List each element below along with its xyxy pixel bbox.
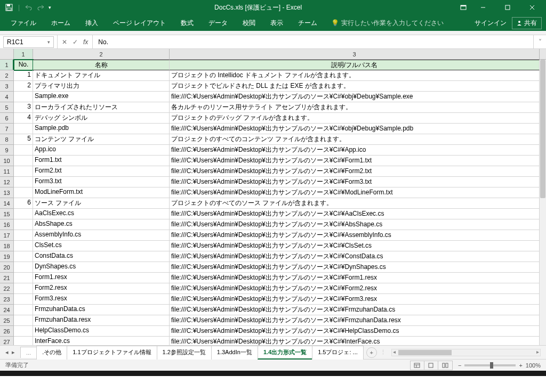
cell-desc[interactable]: file:///C:¥Users¥Admin¥Desktop¥出力サンプルのソー… [170, 209, 540, 219]
col-header-2[interactable]: 2 [33, 49, 170, 59]
cell-name[interactable]: ローカライズされたリソース [33, 102, 170, 113]
new-sheet-button[interactable]: + [366, 347, 377, 358]
cell-no[interactable] [14, 166, 33, 177]
cell-name[interactable]: Form3.txt [33, 177, 170, 187]
row-header-6[interactable]: 6 [0, 113, 14, 124]
sheet-tab[interactable]: .その他 [36, 346, 67, 360]
cell-desc[interactable]: プロジェクトでビルドされた DLL または EXE が含まれます。 [170, 81, 540, 92]
row-header-7[interactable]: 7 [0, 124, 14, 134]
tab-team[interactable]: チーム [292, 15, 324, 31]
cell-name[interactable]: Form1.resx [33, 273, 170, 283]
cell-desc[interactable]: file:///C:¥Users¥Admin¥Desktop¥出力サンプルのソー… [170, 156, 540, 166]
cell-desc[interactable]: file:///C:¥Users¥Admin¥Desktop¥出力サンプルのソー… [170, 305, 540, 315]
cell-name[interactable]: Form3.resx [33, 294, 170, 305]
sheet-tab[interactable]: 1.5プロジェ: ... [312, 346, 364, 360]
cell-name[interactable]: ClsSet.cs [33, 241, 170, 251]
enter-icon[interactable]: ✓ [73, 38, 78, 46]
cell-desc[interactable]: file:///C:¥Users¥Admin¥Desktop¥出力サンプルのソー… [170, 273, 540, 283]
zoom-level[interactable]: 100% [526, 362, 541, 369]
tab-nav-prev[interactable]: ◂ [5, 349, 9, 356]
save-icon[interactable] [5, 4, 13, 11]
row-header-21[interactable]: 21 [0, 273, 14, 283]
cell-name[interactable]: ドキュメント ファイル [33, 70, 170, 81]
row-header-25[interactable]: 25 [0, 315, 14, 326]
row-header-16[interactable]: 16 [0, 219, 14, 230]
cell-desc[interactable]: file:///C:¥Users¥Admin¥Desktop¥出力サンプルのソー… [170, 262, 540, 273]
qat-customize-icon[interactable]: ▾ [49, 5, 51, 10]
cell-no[interactable] [14, 187, 33, 198]
cell-desc[interactable]: file:///C:¥Users¥Admin¥Desktop¥出力サンプルのソー… [170, 326, 540, 337]
cell-name[interactable]: コンテンツ ファイル [33, 134, 170, 145]
cell-no[interactable] [14, 273, 33, 283]
cell-desc[interactable]: file:///C:¥Users¥Admin¥Desktop¥出力サンプルのソー… [170, 219, 540, 230]
cell-header-no[interactable]: No. [14, 60, 33, 70]
view-pagelayout-button[interactable] [424, 361, 438, 370]
cell-no[interactable] [14, 305, 33, 315]
expand-formula-icon[interactable]: ˅ [533, 35, 546, 48]
cell-desc[interactable]: file:///C:¥Users¥Admin¥Desktop¥出力サンプルのソー… [170, 230, 540, 241]
cell-name[interactable]: FrmzuhanData.resx [33, 315, 170, 326]
row-header-8[interactable]: 8 [0, 134, 14, 145]
cell-desc[interactable]: file:///C:¥Users¥Admin¥Desktop¥出力サンプルのソー… [170, 283, 540, 294]
cell-no[interactable] [14, 283, 33, 294]
tab-insert[interactable]: 挿入 [79, 15, 105, 31]
row-header-20[interactable]: 20 [0, 262, 14, 273]
cell-desc[interactable]: file:///C:¥Users¥Admin¥Desktop¥出力サンプルのソー… [170, 315, 540, 326]
cell-no[interactable] [14, 145, 33, 156]
cell-no[interactable] [14, 124, 33, 134]
tab-home[interactable]: ホーム [45, 15, 77, 31]
name-box[interactable]: R1C1 ▾ [3, 36, 54, 48]
tab-view[interactable]: 表示 [264, 15, 290, 31]
row-header-14[interactable]: 14 [0, 198, 14, 209]
cell-no[interactable] [14, 177, 33, 187]
cell-no[interactable]: 6 [14, 198, 33, 209]
row-header-9[interactable]: 9 [0, 145, 14, 156]
tab-data[interactable]: データ [202, 15, 234, 31]
cell-no[interactable] [14, 251, 33, 262]
cell-name[interactable]: デバッグ シンボル [33, 113, 170, 124]
col-header-1[interactable]: 1 [14, 49, 33, 59]
row-header-1[interactable]: 1 [0, 60, 14, 70]
cell-name[interactable]: AbsShape.cs [33, 219, 170, 230]
cell-desc[interactable]: file:///C:¥Users¥Admin¥Desktop¥出力サンプルのソー… [170, 166, 540, 177]
cell-name[interactable]: DynShapes.cs [33, 262, 170, 273]
cell-desc[interactable]: file:///C:¥Users¥Admin¥Desktop¥出力サンプルのソー… [170, 251, 540, 262]
cell-no[interactable]: 5 [14, 134, 33, 145]
cell-desc[interactable]: file:///C:¥Users¥Admin¥Desktop¥出力サンプルのソー… [170, 337, 540, 345]
cell-no[interactable] [14, 241, 33, 251]
row-header-12[interactable]: 12 [0, 177, 14, 187]
redo-icon[interactable] [37, 4, 44, 11]
tab-formulas[interactable]: 数式 [174, 15, 200, 31]
view-normal-button[interactable] [411, 361, 424, 370]
cell-desc[interactable]: file:///C:¥Users¥Admin¥Desktop¥出力サンプルのソー… [170, 92, 540, 102]
tab-nav-next[interactable]: ▸ [12, 349, 15, 356]
row-header-11[interactable]: 11 [0, 166, 14, 177]
cell-desc[interactable]: 各カルチャのリソース用サテライト アセンブリが含まれます。 [170, 102, 540, 113]
cell-desc[interactable]: file:///C:¥Users¥Admin¥Desktop¥出力サンプルのソー… [170, 241, 540, 251]
cell-no[interactable]: 3 [14, 102, 33, 113]
tab-pagelayout[interactable]: ページ レイアウト [107, 15, 172, 31]
sheet-tab[interactable]: 1.1プロジェクトファイル情報 [67, 346, 157, 360]
cell-name[interactable]: Sample.pdb [33, 124, 170, 134]
cell-name[interactable]: AaClsExec.cs [33, 209, 170, 219]
view-pagebreak-button[interactable] [438, 361, 452, 370]
row-header-22[interactable]: 22 [0, 283, 14, 294]
cell-no[interactable] [14, 92, 33, 102]
tab-review[interactable]: 校閲 [236, 15, 262, 31]
cell-name[interactable]: App.ico [33, 145, 170, 156]
cell-no[interactable] [14, 294, 33, 305]
horizontal-scrollbar[interactable]: ◂ ▸ [391, 349, 541, 356]
sheet-tab[interactable]: 1.2参照設定一覧 [157, 346, 212, 360]
row-header-4[interactable]: 4 [0, 92, 14, 102]
cell-no[interactable] [14, 337, 33, 345]
cell-desc[interactable]: プロジェクトのデバッグ ファイルが含まれます。 [170, 113, 540, 124]
cell-no[interactable] [14, 156, 33, 166]
maximize-button[interactable] [496, 1, 519, 14]
zoom-in-button[interactable]: + [519, 362, 522, 369]
cell-no[interactable]: 4 [14, 113, 33, 124]
cell-desc[interactable]: file:///C:¥Users¥Admin¥Desktop¥出力サンプルのソー… [170, 187, 540, 198]
row-header-10[interactable]: 10 [0, 156, 14, 166]
cell-name[interactable]: InterFace.cs [33, 337, 170, 345]
close-button[interactable] [520, 1, 544, 14]
cell-name[interactable]: Form1.txt [33, 156, 170, 166]
